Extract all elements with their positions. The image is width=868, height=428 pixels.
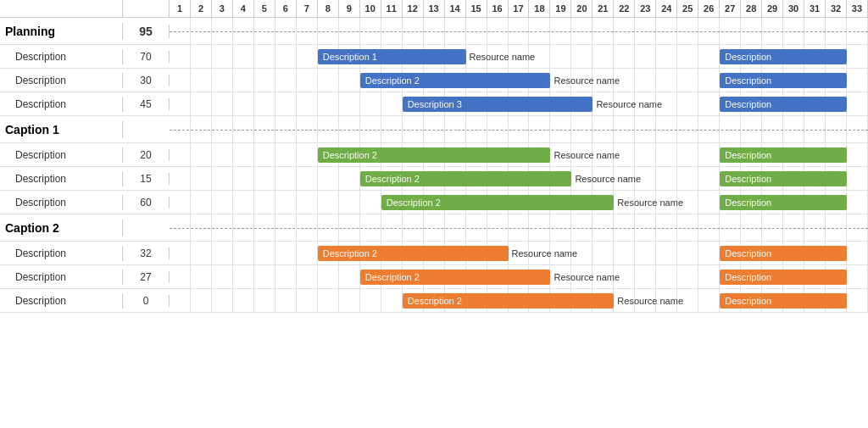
section-bar-area-1 <box>170 116 868 142</box>
task-pct-1-2: 60 <box>123 197 170 208</box>
col-header-32: 32 <box>826 0 847 17</box>
task-row-1-1: Description15Description 2Resource nameD… <box>0 167 868 191</box>
resource-label-0-1: Resource name <box>554 75 620 86</box>
task-bar-2-1: Description 2 <box>360 270 551 285</box>
task-row-1-2: Description60Description 2Resource nameD… <box>0 191 868 214</box>
far-bar-2-2: Description <box>720 293 847 308</box>
task-name-1-2: Description <box>0 195 123 210</box>
section-pct-0: 95 <box>123 25 170 38</box>
task-name-1-0: Description <box>0 147 123 163</box>
section-bar-area-0 <box>170 18 868 44</box>
pct-header <box>123 0 170 17</box>
task-bar-2-2: Description 2 <box>403 293 615 308</box>
col-header-4: 4 <box>233 0 254 17</box>
col-header-18: 18 <box>529 0 550 17</box>
task-row-2-2: Description0Description 2Resource nameDe… <box>0 289 868 313</box>
section-header-0: Planning95 <box>0 18 868 45</box>
col-header-2: 2 <box>191 0 212 17</box>
col-header-12: 12 <box>403 0 424 17</box>
far-bar-0-1: Description <box>720 73 847 88</box>
task-row-2-0: Description32Description 2Resource nameD… <box>0 242 868 265</box>
task-bar-area-2-0: Description 2Resource nameDescription <box>170 242 868 264</box>
task-bar-0-1: Description 2 <box>360 73 551 88</box>
task-name-2-2: Description <box>0 293 123 308</box>
col-header-19: 19 <box>550 0 571 17</box>
task-pct-1-1: 15 <box>123 173 170 185</box>
far-bar-2-0: Description <box>720 246 847 261</box>
section-name-0: Planning <box>0 23 123 40</box>
task-bar-2-0: Description 2 <box>318 246 509 261</box>
resource-label-2-0: Resource name <box>512 248 578 258</box>
far-bar-2-1: Description <box>720 270 847 285</box>
col-header-17: 17 <box>509 0 530 17</box>
connector-line-2 <box>170 228 868 229</box>
far-bar-1-0: Description <box>720 147 847 163</box>
section-bar-area-2 <box>170 214 868 241</box>
task-pct-2-0: 32 <box>123 247 170 259</box>
task-name-2-1: Description <box>0 270 123 285</box>
far-bar-0-0: Description <box>720 49 847 64</box>
col-header-28: 28 <box>741 0 762 17</box>
task-name-2-0: Description <box>0 246 123 261</box>
task-bar-1-1: Description 2 <box>360 171 572 186</box>
gantt-chart: 1234567891011121314151617181920212223242… <box>0 0 868 428</box>
col-header-10: 10 <box>360 0 381 17</box>
col-header-24: 24 <box>656 0 677 17</box>
col-header-31: 31 <box>804 0 826 17</box>
section-name-1: Caption 1 <box>0 121 123 138</box>
col-header-9: 9 <box>339 0 360 17</box>
resource-label-1-2: Resource name <box>617 197 683 208</box>
section-name-2: Caption 2 <box>0 220 123 236</box>
col-header-21: 21 <box>593 0 614 17</box>
resource-label-0-0: Resource name <box>470 52 536 62</box>
col-header-8: 8 <box>318 0 339 17</box>
col-header-20: 20 <box>571 0 593 17</box>
task-row-0-0: Description70Description 1Resource nameD… <box>0 45 868 69</box>
task-bar-area-2-2: Description 2Resource nameDescription <box>170 289 868 312</box>
task-bar-area-1-1: Description 2Resource nameDescription <box>170 167 868 190</box>
far-bar-1-1: Description <box>720 171 847 186</box>
task-row-0-1: Description30Description 2Resource nameD… <box>0 69 868 92</box>
section-header-1: Caption 1 <box>0 116 868 143</box>
task-pct-0-2: 45 <box>123 98 170 110</box>
col-header-15: 15 <box>466 0 487 17</box>
far-bar-1-2: Description <box>720 195 847 210</box>
project-title <box>0 0 123 17</box>
task-pct-2-1: 27 <box>123 271 170 283</box>
col-header-30: 30 <box>783 0 804 17</box>
gantt-body: Planning95Description70Description 1Reso… <box>0 18 868 428</box>
col-header-33: 33 <box>847 0 868 17</box>
task-bar-area-2-1: Description 2Resource nameDescription <box>170 265 868 288</box>
connector-line-1 <box>170 130 868 131</box>
task-bar-area-0-2: Description 3Resource nameDescription <box>170 92 868 115</box>
task-bar-1-2: Description 2 <box>381 195 615 210</box>
task-row-2-1: Description27Description 2Resource nameD… <box>0 265 868 289</box>
col-header-11: 11 <box>381 0 403 17</box>
task-name-0-1: Description <box>0 73 123 88</box>
task-bar-area-0-0: Description 1Resource nameDescription <box>170 45 868 68</box>
col-header-16: 16 <box>487 0 509 17</box>
connector-line-0 <box>170 31 868 32</box>
resource-label-1-1: Resource name <box>575 174 641 184</box>
col-header-25: 25 <box>677 0 698 17</box>
task-row-1-0: Description20Description 2Resource nameD… <box>0 143 868 167</box>
task-bar-area-1-2: Description 2Resource nameDescription <box>170 191 868 214</box>
col-header-6: 6 <box>275 0 297 17</box>
task-name-0-0: Description <box>0 49 123 64</box>
column-headers: 1234567891011121314151617181920212223242… <box>170 0 868 17</box>
task-bar-area-1-0: Description 2Resource nameDescription <box>170 143 868 166</box>
col-header-7: 7 <box>297 0 318 17</box>
resource-label-2-1: Resource name <box>554 272 620 282</box>
col-header-22: 22 <box>614 0 635 17</box>
resource-label-1-0: Resource name <box>554 150 620 160</box>
task-bar-1-0: Description 2 <box>318 147 551 163</box>
col-header-29: 29 <box>762 0 783 17</box>
task-pct-0-0: 70 <box>123 51 170 63</box>
task-bar-0-2: Description 3 <box>403 97 593 112</box>
col-header-27: 27 <box>720 0 741 17</box>
task-name-0-2: Description <box>0 97 123 112</box>
task-pct-0-1: 30 <box>123 75 170 86</box>
col-header-26: 26 <box>698 0 720 17</box>
task-pct-2-2: 0 <box>123 295 170 307</box>
task-pct-1-0: 20 <box>123 149 170 161</box>
